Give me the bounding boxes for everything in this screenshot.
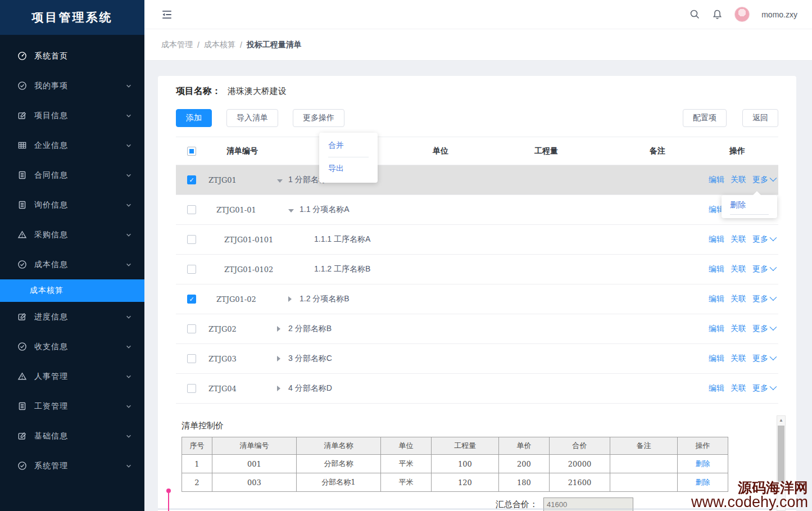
row-name: 1.1.1 工序名称A	[314, 234, 370, 245]
row-checkbox[interactable]	[187, 205, 196, 214]
expand-arrow-icon[interactable]	[277, 354, 285, 363]
menu-fold-icon[interactable]	[161, 9, 173, 20]
more-operations-button[interactable]: 更多操作	[293, 109, 344, 127]
bell-icon[interactable]	[712, 9, 723, 20]
sidebar-item[interactable]: 进度信息	[0, 302, 144, 332]
relate-link[interactable]: 关联	[731, 294, 746, 304]
scrollbar-thumb[interactable]	[778, 426, 784, 482]
menu-item-export[interactable]: 导出	[328, 161, 369, 176]
sidebar-item[interactable]: 采购信息	[0, 220, 144, 250]
add-button[interactable]: 添加	[176, 109, 212, 127]
sidebar-item[interactable]: 合同信息	[0, 160, 144, 190]
more-link[interactable]: 更多	[752, 234, 775, 245]
column-header-note: 备注	[615, 146, 700, 156]
relate-link[interactable]: 关联	[731, 354, 746, 364]
relate-link[interactable]: 关联	[731, 234, 746, 245]
relate-link[interactable]: 关联	[731, 175, 746, 185]
content-area: 项目名称： 港珠澳大桥建设 添加 导入清单 更多操作 配置项 返回 清单编号	[144, 61, 812, 511]
search-icon[interactable]	[689, 9, 700, 20]
row-checkbox[interactable]	[187, 265, 196, 274]
pink-marker	[166, 489, 172, 511]
menu-divider	[730, 214, 769, 215]
row-checkbox[interactable]: ✓	[187, 295, 196, 304]
check-circle-icon	[17, 260, 27, 269]
sidebar-item-label: 工资管理	[34, 401, 125, 411]
edit-link[interactable]: 编辑	[709, 294, 724, 304]
more-link[interactable]: 更多	[752, 354, 775, 364]
expand-arrow-icon[interactable]	[277, 384, 285, 393]
edit-link[interactable]: 编辑	[709, 234, 724, 245]
config-button[interactable]: 配置项	[683, 109, 727, 127]
chevron-down-icon	[125, 433, 132, 440]
edit-icon	[17, 111, 27, 120]
username[interactable]: momo.zxy	[761, 10, 797, 19]
control-price-table: 序号清单编号清单名称单位工程量单价合价备注操作 1001分部名称平米100200…	[182, 437, 728, 492]
sidebar-item[interactable]: 人事管理	[0, 361, 144, 391]
relate-link[interactable]: 关联	[731, 383, 746, 394]
watermark-line2: www.codehy.com	[691, 495, 808, 510]
control-price-title: 清单控制价	[182, 420, 796, 431]
import-list-button[interactable]: 导入清单	[226, 109, 278, 127]
menu-item-merge[interactable]: 合并	[328, 138, 369, 153]
sidebar-item-label: 项目信息	[34, 111, 125, 121]
row-checkbox[interactable]	[187, 354, 196, 363]
sidebar-item[interactable]: 工资管理	[0, 391, 144, 421]
menu-item-delete[interactable]: 删除	[730, 200, 769, 210]
sidebar-item[interactable]: 基础信息	[0, 421, 144, 451]
control-price-cell: 003	[212, 473, 297, 492]
row-checkbox[interactable]	[187, 324, 196, 333]
relate-link[interactable]: 关联	[731, 264, 746, 274]
edit-link[interactable]: 编辑	[709, 264, 724, 274]
control-price-column-header: 序号	[182, 437, 212, 455]
delete-link[interactable]: 删除	[696, 459, 710, 468]
collapse-arrow-icon[interactable]	[277, 175, 285, 184]
check-circle-icon	[17, 81, 27, 91]
more-link[interactable]: 更多	[752, 383, 775, 394]
sidebar-item[interactable]: 项目信息	[0, 101, 144, 130]
control-price-cell: 2	[182, 473, 212, 492]
sidebar-item[interactable]: 询价信息	[0, 190, 144, 220]
chevron-down-icon	[125, 232, 132, 238]
chevron-down-icon	[770, 293, 777, 301]
row-checkbox[interactable]: ✓	[187, 175, 196, 184]
sidebar-subitem[interactable]: 成本核算	[0, 279, 144, 302]
more-link[interactable]: 更多	[752, 324, 775, 334]
column-header-unit: 单位	[404, 146, 477, 156]
sidebar-item[interactable]: 系统首页	[0, 41, 144, 71]
select-all-checkbox[interactable]	[187, 147, 196, 156]
sidebar-item[interactable]: 成本信息	[0, 250, 144, 279]
edit-link[interactable]: 编辑	[709, 175, 724, 185]
sidebar-item[interactable]: 企业信息	[0, 130, 144, 160]
edit-link[interactable]: 编辑	[709, 383, 724, 394]
chevron-down-icon	[125, 261, 132, 268]
sidebar-item-label: 询价信息	[34, 200, 125, 210]
edit-link[interactable]: 编辑	[709, 354, 724, 364]
more-link[interactable]: 更多	[752, 294, 775, 304]
table-row: ZTJG022 分部名称B编辑关联更多	[176, 314, 778, 344]
back-button[interactable]: 返回	[742, 109, 778, 127]
sidebar-item[interactable]: 系统管理	[0, 451, 144, 481]
expand-arrow-icon[interactable]	[277, 324, 285, 333]
collapse-arrow-icon[interactable]	[288, 205, 296, 214]
sidebar-item[interactable]: 收支信息	[0, 332, 144, 361]
avatar[interactable]	[734, 7, 750, 22]
scroll-up-arrow-icon[interactable]: ▲	[777, 416, 785, 424]
sidebar-item[interactable]: 我的事项	[0, 71, 144, 101]
expand-arrow-icon[interactable]	[288, 295, 296, 304]
more-link[interactable]: 更多	[752, 264, 775, 274]
relate-link[interactable]: 关联	[731, 324, 746, 334]
sidebar-item-label: 系统管理	[34, 461, 125, 471]
column-header-action: 操作	[700, 146, 778, 156]
bill-table: 清单编号 清单名称 单位 工程量 备注 操作 ✓ZTJG011 分部名称A编辑关…	[176, 137, 778, 404]
more-link[interactable]: 更多	[752, 175, 775, 185]
row-code: ZTJG03	[207, 355, 277, 363]
edit-link[interactable]: 编辑	[709, 324, 724, 334]
chevron-down-icon	[125, 202, 132, 209]
row-name: 1.1 分项名称A	[300, 205, 350, 215]
chevron-down-icon	[125, 83, 132, 89]
row-checkbox[interactable]	[187, 384, 196, 393]
breadcrumb-item[interactable]: 成本管理	[161, 40, 193, 50]
breadcrumb-item[interactable]: 成本核算	[204, 40, 235, 50]
row-checkbox[interactable]	[187, 235, 196, 244]
edit-icon	[17, 431, 27, 441]
